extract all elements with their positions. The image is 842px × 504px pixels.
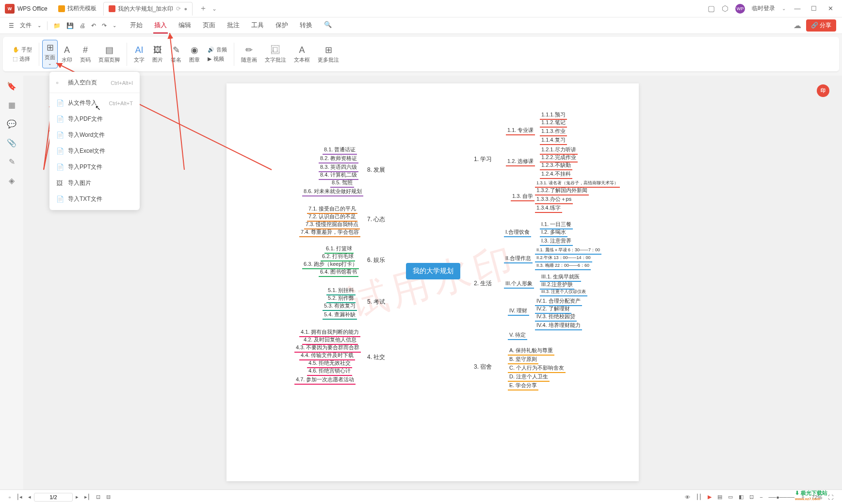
dd-shortcut: Ctrl+Alt+I bbox=[111, 80, 133, 86]
sb-eye-icon[interactable]: 👁 bbox=[682, 494, 693, 500]
tab-document[interactable]: 我的大学规划_加水印 ⟳ ● bbox=[103, 2, 193, 16]
pdf-icon: 📄 bbox=[56, 115, 64, 123]
ribbon-audio[interactable]: 🔊 音频 bbox=[208, 46, 227, 53]
edit-icon[interactable]: ✎ bbox=[9, 157, 15, 166]
ribbon-page[interactable]: ⊞页面 ⌄ bbox=[42, 40, 58, 68]
mm-node: C. 个人行为不影响舍友 bbox=[508, 364, 566, 373]
sb-last-page[interactable]: ▸⎮ bbox=[81, 494, 93, 500]
sb-view4-icon[interactable]: ▭ bbox=[725, 494, 736, 500]
dd-import-ppt[interactable]: 📄导入PPT文件 bbox=[49, 159, 140, 175]
ribbon-image[interactable]: 🖼图片 bbox=[148, 45, 167, 64]
sb-view5-icon[interactable]: ◧ bbox=[736, 494, 746, 500]
hand-label: 手型 bbox=[21, 46, 32, 53]
mm-node: 8.1. 普通话证 bbox=[323, 146, 357, 155]
dd-insert-blank[interactable]: ▫插入空白页Ctrl+Alt+I bbox=[49, 75, 140, 91]
menu-convert[interactable]: 转换 bbox=[299, 18, 313, 33]
redo-icon[interactable]: ↷ bbox=[99, 22, 110, 29]
sb-fit-width-icon[interactable]: ⊡ bbox=[746, 494, 757, 500]
dd-import-word[interactable]: 📄导入Word文件 bbox=[49, 127, 140, 143]
undo-icon[interactable]: ↶ bbox=[88, 22, 99, 29]
sb-fit-icon[interactable]: ⊡ bbox=[93, 494, 103, 500]
tab-more-icon[interactable]: ⌄ bbox=[212, 5, 217, 12]
print-icon[interactable]: 🖨 bbox=[77, 22, 88, 29]
layers-icon[interactable]: ◈ bbox=[9, 176, 15, 185]
hand-tool[interactable]: ✋ 手型 bbox=[13, 46, 32, 53]
ribbon-moreannot[interactable]: ⊞更多批注 bbox=[314, 45, 343, 64]
ribbon-watermark[interactable]: A水印 bbox=[58, 45, 76, 64]
ribbon-media: 🔊 音频 ▶ 视频 bbox=[204, 46, 231, 63]
cloud-icon[interactable]: ☁ bbox=[793, 21, 801, 30]
menu-start[interactable]: 开始 bbox=[129, 18, 144, 33]
search-icon[interactable]: 🔍 bbox=[323, 18, 333, 33]
menu-page[interactable]: 页面 bbox=[202, 18, 216, 33]
attachment-icon[interactable]: 📎 bbox=[7, 138, 16, 147]
bookmark-icon[interactable]: 🔖 bbox=[7, 81, 16, 91]
textannot-icon: ⿴ bbox=[271, 45, 280, 55]
ribbon-textannot[interactable]: ⿴文字批注 bbox=[261, 45, 290, 64]
page-input[interactable] bbox=[34, 493, 73, 502]
sb-view3-icon[interactable]: ▤ bbox=[714, 494, 725, 500]
dd-from-file[interactable]: 📄从文件导入Ctrl+Alt+T bbox=[49, 95, 140, 111]
tab-sync-icon: ⟳ bbox=[176, 5, 181, 12]
login-text[interactable]: 临时登录 bbox=[752, 4, 775, 13]
freehand-icon: ✏ bbox=[245, 45, 253, 55]
maximize-button[interactable]: ☐ bbox=[809, 5, 819, 12]
sb-first-page[interactable]: ⎮◂ bbox=[14, 494, 25, 500]
file-menu[interactable]: 文件 bbox=[17, 21, 34, 30]
pdf-badge[interactable]: 印 bbox=[817, 84, 829, 97]
menu-insert[interactable]: 插入 bbox=[153, 18, 168, 33]
sb-view1-icon[interactable]: ⎮⎮ bbox=[693, 494, 705, 500]
stamp-icon: ◉ bbox=[191, 45, 198, 55]
sb-prev-page[interactable]: ◂ bbox=[25, 494, 34, 500]
ribbon-pagenum[interactable]: #页码 bbox=[76, 45, 95, 64]
ribbon-textbox[interactable]: A文本框 bbox=[290, 45, 314, 64]
close-button[interactable]: ✕ bbox=[826, 5, 835, 12]
menu-icon[interactable]: ☰ bbox=[6, 22, 17, 29]
mm-node: E. 学会分享 bbox=[508, 381, 538, 390]
sb-zoom-slider[interactable]: ──●──── bbox=[766, 494, 797, 500]
sb-fit2-icon[interactable]: ⊟ bbox=[103, 494, 113, 500]
share-button[interactable]: 🔗 分享 bbox=[806, 19, 836, 32]
image-import-icon: 🖼 bbox=[56, 179, 64, 187]
avatar[interactable]: WP bbox=[735, 4, 745, 14]
comment-icon[interactable]: 💬 bbox=[7, 119, 16, 129]
select-tool[interactable]: ⬚ 选择 bbox=[13, 55, 32, 63]
dd-label: 从文件导入 bbox=[68, 99, 97, 107]
dd-import-image[interactable]: 🖼导入图片 bbox=[49, 175, 140, 191]
tab-close-icon[interactable]: ● bbox=[184, 6, 187, 12]
ribbon-stamp[interactable]: ◉图章 bbox=[185, 45, 204, 64]
sb-zoom-out[interactable]: − bbox=[757, 494, 765, 500]
ribbon-video[interactable]: ▶ 视频 bbox=[208, 55, 227, 63]
menu-tool[interactable]: 工具 bbox=[250, 18, 265, 33]
sb-menu-icon[interactable]: ▫ bbox=[6, 494, 14, 500]
dropdown-icon[interactable]: ⌄ bbox=[782, 6, 786, 11]
dd-import-excel[interactable]: 📄导入Excel文件 bbox=[49, 143, 140, 159]
chevron-down-icon[interactable]: ⌄ bbox=[34, 23, 44, 28]
sb-next-page[interactable]: ▸ bbox=[73, 494, 81, 500]
tab-add-button[interactable]: ＋ bbox=[199, 3, 207, 14]
mm-node: V. 待定 bbox=[508, 331, 527, 340]
dd-import-pdf[interactable]: 📄导入PDF文件 bbox=[49, 111, 140, 127]
thumbnail-icon[interactable]: ▦ bbox=[8, 100, 16, 110]
ribbon-headerfooter[interactable]: ▤页眉页脚 bbox=[95, 45, 124, 64]
menu-protect[interactable]: 保护 bbox=[275, 18, 289, 33]
menu-annotate[interactable]: 批注 bbox=[226, 18, 241, 33]
sb-view2-icon[interactable]: ▶ bbox=[705, 494, 714, 500]
panel-icon[interactable]: ▢ bbox=[708, 4, 715, 13]
titlebar-right: ▢ ⬡ WP 临时登录 ⌄ — ☐ ✕ bbox=[708, 4, 842, 14]
minimize-button[interactable]: — bbox=[793, 5, 802, 12]
ribbon-hand-select: ✋ 手型 ⬚ 选择 bbox=[9, 46, 36, 63]
tab-template[interactable]: 找稻壳模板 bbox=[53, 2, 101, 16]
open-icon[interactable]: 📁 bbox=[50, 22, 64, 29]
tab-label: 找稻壳模板 bbox=[67, 4, 97, 13]
dd-import-txt[interactable]: 📄导入TXT文件 bbox=[49, 191, 140, 207]
canvas-area[interactable]: 试用水印 我的大学规划 1. 学习 2. 生活 3. 宿舍 8. 发展 7. 心… bbox=[23, 76, 842, 489]
menu-edit[interactable]: 编辑 bbox=[178, 18, 192, 33]
ribbon-text[interactable]: AI文字 bbox=[130, 45, 148, 64]
save-icon[interactable]: 💾 bbox=[64, 22, 77, 29]
dd-label: 导入PPT文件 bbox=[68, 163, 102, 171]
cube-icon[interactable]: ⬡ bbox=[722, 4, 729, 13]
ribbon-sign[interactable]: ✎签名 bbox=[167, 45, 185, 64]
chevron-down-icon[interactable]: ⌄ bbox=[110, 23, 119, 28]
ribbon-freehand[interactable]: ✏随意画 bbox=[237, 45, 261, 64]
